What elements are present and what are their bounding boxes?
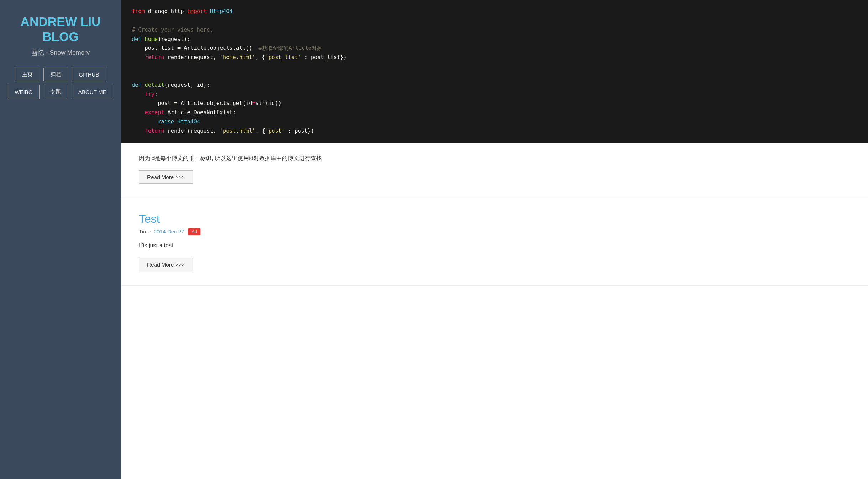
article-2-meta: Time: 2014 Dec 27 All	[139, 228, 850, 235]
blog-title: ANDREW LIU BLOG	[21, 14, 101, 44]
code-block: from django.http import Http404 # Create…	[121, 0, 868, 143]
article-2-time-value[interactable]: 2014 Dec 27	[154, 228, 184, 235]
nav-topics-button[interactable]: 专题	[43, 85, 68, 99]
nav-about-button[interactable]: ABOUT ME	[72, 85, 113, 99]
article-2-time-label: Time:	[139, 228, 152, 235]
blog-subtitle: 雪忆 - Snow Memory	[31, 48, 90, 57]
article-2-title: Test	[139, 212, 850, 226]
sidebar: ANDREW LIU BLOG 雪忆 - Snow Memory 主页 归档 G…	[0, 0, 121, 479]
main-content: from django.http import Http404 # Create…	[121, 0, 868, 479]
nav-row-2: WEIBO 专题 ABOUT ME	[8, 85, 113, 99]
article-2-section: Test Time: 2014 Dec 27 All It'is just a …	[121, 202, 868, 286]
article-2-tag: All	[188, 228, 200, 235]
nav-home-button[interactable]: 主页	[15, 68, 40, 81]
nav-row-1: 主页 归档 GITHUB	[15, 68, 106, 81]
nav-archive-button[interactable]: 归档	[43, 68, 68, 81]
article-1-body: 因为id是每个博文的唯一标识, 所以这里使用id对数据库中的博文进行查找	[139, 154, 850, 163]
article-1-section: 因为id是每个博文的唯一标识, 所以这里使用id对数据库中的博文进行查找 Rea…	[121, 143, 868, 199]
code-text: from django.http import Http404 # Create…	[132, 7, 857, 136]
article-2-body: It'is just a test	[139, 241, 850, 250]
article-1-read-more-button[interactable]: Read More >>>	[139, 170, 193, 184]
article-2-read-more-button[interactable]: Read More >>>	[139, 258, 193, 271]
nav-weibo-button[interactable]: WEIBO	[8, 85, 40, 99]
nav-github-button[interactable]: GITHUB	[72, 68, 106, 81]
